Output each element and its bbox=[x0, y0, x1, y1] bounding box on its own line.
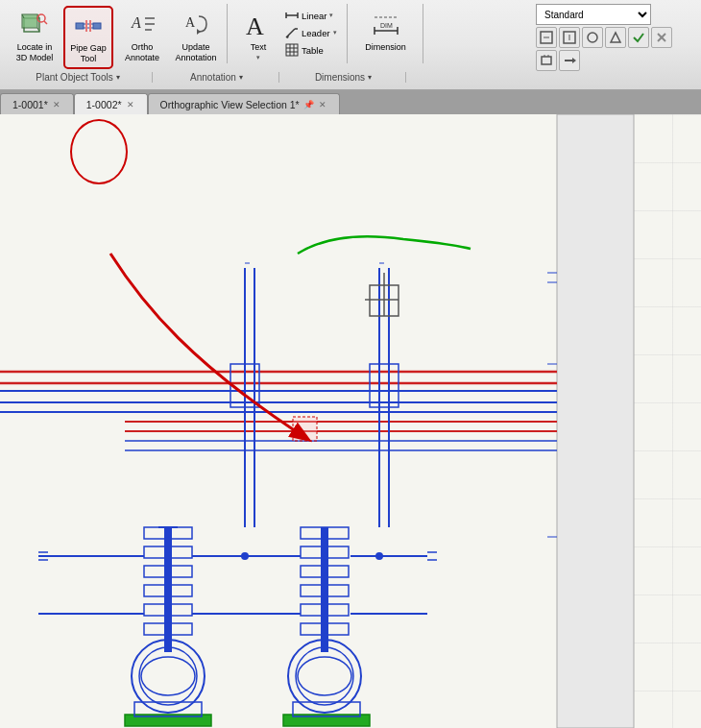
svg-point-102 bbox=[375, 552, 383, 560]
std-icon-5[interactable] bbox=[536, 50, 557, 71]
tab-orthographic[interactable]: Orthographic View Selection 1* 📌 ✕ bbox=[148, 93, 340, 114]
standard-icon-row bbox=[536, 27, 672, 48]
svg-point-101 bbox=[241, 552, 249, 560]
tab-1-0002-label: 1-0002* bbox=[86, 99, 122, 110]
tab-orthographic-close[interactable]: ✕ bbox=[318, 100, 327, 109]
svg-text:A: A bbox=[131, 14, 141, 31]
table-label: Table bbox=[302, 45, 324, 56]
dimensions-buttons: DIM Dimension bbox=[359, 6, 413, 61]
plant-tools-section: Locate in 3D Model Pipe bbox=[4, 4, 228, 63]
ortho-annotate-button[interactable]: A Ortho Annotate bbox=[117, 6, 167, 67]
locate-3d-label: Locate in 3D Model bbox=[16, 42, 54, 63]
text-dropdown-arrow: ▾ bbox=[256, 54, 260, 61]
svg-rect-8 bbox=[93, 23, 101, 29]
ribbon-top-row: Locate in 3D Model Pipe bbox=[0, 0, 701, 67]
std-icon-1[interactable] bbox=[536, 27, 557, 48]
tab-orthographic-pin: 📌 bbox=[303, 100, 314, 109]
standard-icon-row-2 bbox=[536, 50, 672, 71]
piping-diagram: | ──── bbox=[0, 114, 701, 728]
ribbon-toolbar: Locate in 3D Model Pipe bbox=[0, 0, 701, 91]
std-icon-2[interactable] bbox=[559, 27, 580, 48]
dimensions-label[interactable]: Dimensions bbox=[281, 72, 406, 83]
svg-rect-43 bbox=[542, 57, 551, 64]
standard-dropdown-area: Standard Annotative bbox=[536, 4, 672, 71]
tab-1-0001-label: 1-0001* bbox=[12, 99, 48, 110]
locate-3d-button[interactable]: Locate in 3D Model bbox=[10, 6, 60, 67]
ortho-annotate-icon: A bbox=[127, 10, 157, 40]
annotation-section: A Text ▾ Linear ▾ bbox=[230, 4, 348, 63]
pipe-gap-label: Pipe Gap Tool bbox=[70, 43, 107, 64]
dimensions-section: DIM Dimension bbox=[350, 4, 423, 63]
dimension-button[interactable]: DIM Dimension bbox=[359, 6, 413, 57]
linear-label: Linear bbox=[302, 11, 326, 21]
leader-dropdown: ▾ bbox=[333, 29, 337, 36]
svg-point-40 bbox=[588, 33, 597, 42]
tab-1-0001[interactable]: 1-0001* ✕ bbox=[0, 93, 74, 114]
std-icon-x[interactable] bbox=[651, 27, 672, 48]
std-icon-4[interactable] bbox=[605, 27, 626, 48]
svg-line-23 bbox=[286, 29, 295, 37]
locate-3d-icon bbox=[19, 10, 50, 40]
leader-label: Leader bbox=[302, 28, 330, 38]
svg-line-6 bbox=[44, 21, 47, 24]
plant-tools-buttons: Locate in 3D Model Pipe bbox=[10, 6, 221, 69]
svg-rect-51 bbox=[557, 114, 634, 728]
svg-text:A: A bbox=[246, 12, 264, 40]
update-annotation-icon: A bbox=[181, 10, 211, 40]
text-button[interactable]: A Text ▾ bbox=[237, 6, 279, 65]
tab-1-0002[interactable]: 1-0002* ✕ bbox=[74, 93, 148, 114]
svg-text:DIM: DIM bbox=[380, 22, 393, 29]
standard-select[interactable]: Standard Annotative bbox=[536, 4, 651, 25]
svg-marker-18 bbox=[197, 29, 201, 35]
std-icon-check[interactable] bbox=[628, 27, 649, 48]
tabs-row: 1-0001* ✕ 1-0002* ✕ Orthographic View Se… bbox=[0, 91, 701, 114]
tab-orthographic-label: Orthographic View Selection 1* bbox=[160, 99, 300, 110]
ortho-annotate-label: Ortho Annotate bbox=[125, 42, 159, 63]
pipe-gap-icon bbox=[73, 11, 104, 41]
annotation-sub-items: Linear ▾ Leader ▾ bbox=[283, 8, 339, 58]
text-icon: A bbox=[243, 10, 274, 40]
svg-text:A: A bbox=[185, 15, 196, 30]
std-icon-3[interactable] bbox=[582, 27, 603, 48]
std-icon-6[interactable] bbox=[559, 50, 580, 71]
leader-button[interactable]: Leader ▾ bbox=[283, 25, 339, 40]
text-label: Text bbox=[251, 42, 267, 53]
plant-tools-label[interactable]: Plant Object Tools bbox=[4, 72, 153, 83]
dimension-icon: DIM bbox=[371, 10, 401, 40]
svg-rect-1 bbox=[22, 14, 37, 28]
annotation-label[interactable]: Annotation bbox=[155, 72, 279, 83]
table-button[interactable]: Table bbox=[283, 42, 339, 58]
tab-1-0001-close[interactable]: ✕ bbox=[52, 100, 61, 109]
annotation-buttons: A Text ▾ Linear ▾ bbox=[237, 6, 339, 65]
linear-dropdown: ▾ bbox=[329, 12, 333, 19]
svg-rect-7 bbox=[76, 23, 84, 29]
svg-rect-26 bbox=[286, 44, 298, 56]
tab-1-0002-close[interactable]: ✕ bbox=[126, 100, 135, 109]
cad-viewport[interactable]: FRONT WCS bbox=[0, 114, 701, 728]
dimension-label: Dimension bbox=[365, 42, 406, 53]
pipe-gap-tool-button[interactable]: Pipe Gap Tool bbox=[63, 6, 113, 69]
update-annotation-button[interactable]: A Update Annotation bbox=[171, 6, 221, 67]
svg-marker-47 bbox=[572, 58, 576, 63]
update-annotation-label: Update Annotation bbox=[175, 42, 216, 63]
linear-button[interactable]: Linear ▾ bbox=[283, 8, 339, 23]
